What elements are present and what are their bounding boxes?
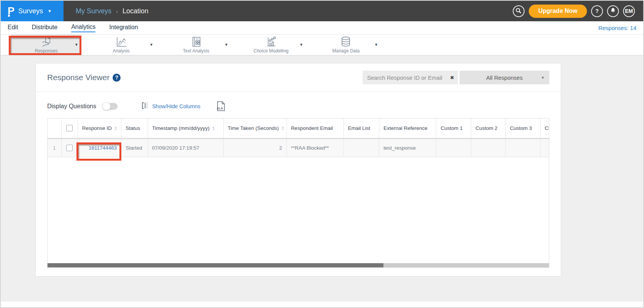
avatar[interactable]: EM [623,5,635,17]
show-hide-columns-label: Show/Hide Columns [152,103,200,109]
panel-header: Response Viewer ? ✖ All Responses ▼ [36,63,561,92]
sort-icon[interactable] [281,126,284,131]
product-switcher[interactable]: P Surveys ▼ [1,1,64,21]
search-button[interactable] [513,5,525,17]
notifications-button[interactable] [607,5,619,17]
breadcrumb: My Surveys › Location [76,7,148,15]
toolbar-item-text-analysis[interactable]: Text Analysis ▼ [161,35,231,55]
columns-icon [141,102,149,111]
cell-timestamp: 07/09/2020 17:19:57 [148,139,224,157]
app-window: P Surveys ▼ My Surveys › Location Upgrad… [0,0,644,308]
chevron-down-icon[interactable]: ▼ [224,43,228,47]
column-label: Timestamp (mm/dd/yyyy) [152,125,210,131]
header-cell-status: Status [121,118,148,138]
header-cell-respondent-email: Respondent Email [287,118,344,138]
tab-analytics[interactable]: Analytics [71,24,95,32]
avatar-initials: EM [625,8,633,14]
scatter-bars-icon [266,36,277,47]
responses-count: Responses: 14 [598,25,636,31]
help-button[interactable]: ? [591,5,603,17]
tab-distribute[interactable]: Distribute [32,24,58,32]
table-header-row: Response ID Status Timestamp (mm/dd/yyyy… [48,118,549,138]
table-controls: Display Questions Show/Hide Columns [36,92,561,118]
response-filter-dropdown[interactable]: All Responses ▼ [460,71,549,84]
response-id-link[interactable]: 1611744463 [89,145,117,151]
scrollbar-thumb[interactable] [48,263,383,267]
cell-rownum: 1 [48,139,62,157]
header-cell-select [62,118,78,138]
content-area: Response Viewer ? ✖ All Responses ▼ Disp… [1,55,643,302]
select-all-checkbox[interactable] [66,125,73,131]
page-title: Response Viewer [47,73,110,82]
sort-icon[interactable] [212,126,215,131]
header-cell-timestamp[interactable]: Timestamp (mm/dd/yyyy) [148,118,224,138]
row-checkbox[interactable] [66,145,73,151]
chevron-down-icon[interactable]: ▼ [374,43,378,47]
toolbar-item-analysis[interactable]: Analysis ▼ [86,35,156,55]
toolbar-item-label: Responses [35,48,57,54]
search-icon [515,7,522,15]
database-icon [340,36,351,47]
breadcrumb-current: Location [122,7,148,15]
table-row[interactable]: 1 1611744463 Started 07/09/2020 17:19:57… [48,138,549,157]
show-hide-columns-button[interactable]: Show/Hide Columns [141,102,200,111]
header-cell-custom-3: Custom 3 [506,118,541,138]
header-cell-email-list: Email List [344,118,380,138]
bell-icon [610,7,616,15]
filter-selected-value: All Responses [486,74,523,81]
cell-custom-3 [506,139,541,157]
chevron-down-icon: ▼ [48,9,52,13]
display-questions-toggle[interactable] [103,103,118,110]
column-label: External Reference [383,125,428,131]
table-empty-area [48,157,549,263]
header-cell-custom-2: Custom 2 [471,118,506,138]
column-label: Response ID [82,125,112,131]
question-mark-icon: ? [595,8,599,14]
header-cell-response-id[interactable]: Response ID [78,118,121,138]
tab-edit[interactable]: Edit [8,24,18,32]
question-mark-icon: ? [115,74,118,81]
header-cell-time-taken[interactable]: Time Taken (Seconds) [224,118,287,138]
column-label: Status [126,125,140,131]
clear-search-icon[interactable]: ✖ [450,75,454,81]
display-questions-label: Display Questions [47,103,96,110]
response-search: ✖ [363,71,458,84]
search-input[interactable] [363,71,458,84]
cell-custom-2 [471,139,506,157]
column-label: Respondent Email [291,125,333,131]
cell-select [62,139,78,157]
column-label: Custom 3 [510,125,532,131]
chevron-down-icon[interactable]: ▼ [75,43,78,47]
cell-time-taken: 2 [224,139,287,157]
cell-custom-4 [541,139,549,157]
responses-table: Response ID Status Timestamp (mm/dd/yyyy… [47,118,549,268]
upgrade-now-button[interactable]: Upgrade Now [529,5,587,18]
product-name: Surveys [18,7,43,15]
toolbar-item-choice-modelling[interactable]: Choice Modelling ▼ [236,35,306,55]
toolbar-item-label: Analysis [113,48,130,54]
analytics-toolbar: Responses ▼ Analysis ▼ [1,34,643,55]
chevron-down-icon[interactable]: ▼ [299,43,303,47]
column-label: Cu [545,125,549,131]
export-xls-button[interactable]: XLS [216,101,226,111]
horizontal-scrollbar[interactable] [48,263,549,267]
header-cell-external-reference: External Reference [379,118,436,138]
breadcrumb-my-surveys[interactable]: My Surveys [76,7,111,15]
sort-icon[interactable] [114,126,117,131]
cell-email-list [344,139,380,157]
toggle-knob [102,102,111,111]
cell-custom-1 [436,139,471,157]
toolbar-item-manage-data[interactable]: Manage Data ▼ [311,35,381,55]
help-badge-icon[interactable]: ? [113,74,121,82]
toolbar-item-responses[interactable]: Responses ▼ [11,35,81,55]
header-cell-custom-1: Custom 1 [436,118,471,138]
questionpro-logo-icon: P [8,6,14,16]
response-viewer-panel: Response Viewer ? ✖ All Responses ▼ Disp… [35,63,561,276]
breadcrumb-separator-icon: › [116,8,118,14]
hand-ballot-icon [40,36,52,47]
cell-respondent-email: **RAA Blocked** [287,139,344,157]
survey-nav: Edit Distribute Analytics Integration Re… [1,21,643,34]
tab-integration[interactable]: Integration [109,24,138,32]
toolbar-item-label: Choice Modelling [253,48,288,54]
chevron-down-icon[interactable]: ▼ [149,43,153,47]
